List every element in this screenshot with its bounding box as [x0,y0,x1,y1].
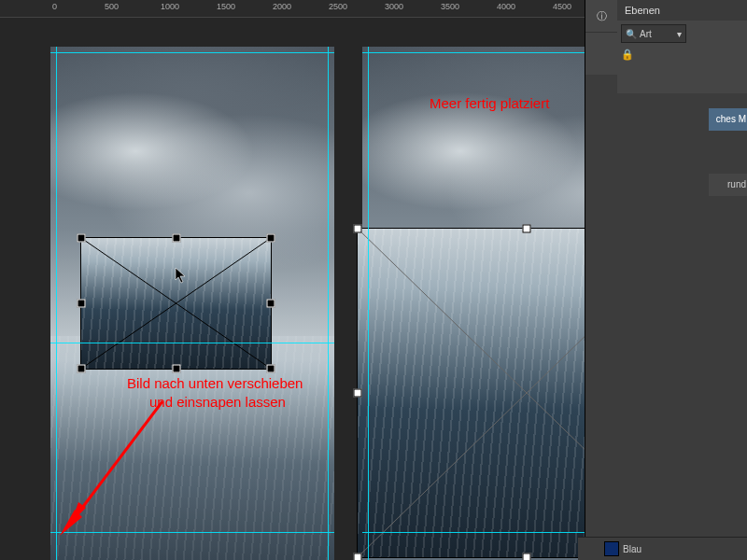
ruler-tick: 4500 [553,2,571,11]
lock-icon[interactable]: 🔒 [621,49,634,61]
transform-handle-bc[interactable] [523,553,531,561]
transform-x-overlay [358,229,585,557]
ruler-tick: 3000 [385,2,403,11]
transform-handle-tc[interactable] [523,225,531,233]
transform-handle-tl[interactable] [78,234,86,243]
transform-handle-bl[interactable] [78,365,86,373]
transform-handle-mr[interactable] [267,300,275,308]
annotation-text-left-line1: Bild nach unten verschieben [127,375,303,393]
layer-row-fragment[interactable]: rund [709,174,747,196]
transform-handle-tl[interactable] [354,225,362,233]
transform-handle-tc[interactable] [172,234,180,243]
swatch-label: Blau [623,544,641,554]
guide-vertical[interactable] [368,47,369,560]
ruler-tick: 3500 [441,2,459,11]
ruler-tick: 1000 [161,2,179,11]
guide-horizontal[interactable] [50,52,334,53]
document-left[interactable]: Bild nach unten verschieben und einsnape… [50,47,334,560]
swatch-row[interactable]: Blau [587,539,747,558]
guide-horizontal[interactable] [50,532,334,533]
svg-line-5 [358,229,585,557]
sea-faded-layer [50,336,334,560]
horizontal-ruler: 0 500 1000 1500 2000 2500 3000 3500 4000… [0,0,585,18]
layers-panel-body: 🔍 Art ▾ 🔒 [617,21,747,93]
transform-handle-ml[interactable] [354,389,362,398]
placed-image-transform-box-large[interactable] [357,228,585,558]
color-swatch-icon [604,541,619,556]
search-icon: 🔍 [626,29,637,39]
placed-image-transform-box[interactable] [80,237,272,370]
transform-handle-tr[interactable] [267,234,275,243]
dropdown-label: Art [640,29,652,39]
transform-x-overlay [81,238,271,369]
guide-horizontal[interactable] [50,343,334,343]
ruler-tick: 2000 [273,2,291,11]
layer-row-fragment[interactable]: ches M [709,108,747,131]
info-icon[interactable]: ⓘ [585,0,617,33]
guide-horizontal[interactable] [362,532,585,533]
ruler-tick: 2500 [329,2,347,11]
transform-handle-bc[interactable] [172,365,180,373]
panels-dock: ⓘ Ebenen 🔍 Art ▾ 🔒 ches M rund fx Blau [585,0,747,560]
document-right[interactable]: Meer fertig platziert [362,47,585,560]
chevron-down-icon: ▾ [677,29,682,39]
transform-handle-bl[interactable] [354,553,362,561]
annotation-text-left-line2: und einsnapen lassen [149,394,286,412]
guide-horizontal[interactable] [362,52,585,53]
ruler-tick: 0 [52,2,57,11]
ruler-tick: 500 [105,2,119,11]
ruler-tick: 1500 [217,2,235,11]
blend-mode-dropdown[interactable]: 🔍 Art ▾ [621,24,686,43]
tool-strip: ⓘ [585,0,618,75]
annotation-text-right: Meer fertig platziert [430,95,549,113]
canvas-area[interactable]: Bild nach unten verschieben und einsnape… [0,17,585,560]
layer-lock-row: 🔒 [621,49,744,61]
guide-vertical[interactable] [56,47,57,560]
svg-line-6 [358,229,585,557]
guide-vertical[interactable] [328,47,329,560]
layers-panel-title: Ebenen [625,5,660,16]
layers-panel-header[interactable]: Ebenen [617,0,747,21]
ruler-tick: 4000 [497,2,515,11]
transform-handle-br[interactable] [267,365,275,373]
transform-handle-ml[interactable] [78,300,86,308]
